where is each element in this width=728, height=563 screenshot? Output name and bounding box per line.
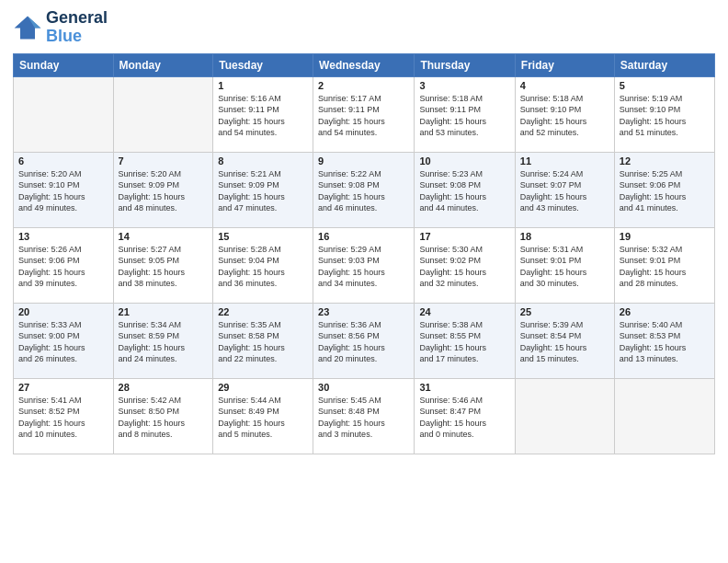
main-container: General Blue SundayMondayTuesdayWednesda… [0, 0, 728, 563]
day-info: Sunrise: 5:44 AM Sunset: 8:49 PM Dayligh… [218, 395, 308, 441]
day-number: 13 [18, 231, 108, 242]
calendar-cell: 11Sunrise: 5:24 AM Sunset: 9:07 PM Dayli… [515, 152, 614, 227]
calendar-cell: 28Sunrise: 5:42 AM Sunset: 8:50 PM Dayli… [113, 378, 213, 454]
calendar-cell: 9Sunrise: 5:22 AM Sunset: 9:08 PM Daylig… [313, 152, 415, 227]
calendar-cell: 13Sunrise: 5:26 AM Sunset: 9:06 PM Dayli… [14, 227, 114, 303]
week-row-1: 1Sunrise: 5:16 AM Sunset: 9:11 PM Daylig… [14, 76, 715, 152]
day-info: Sunrise: 5:41 AM Sunset: 8:52 PM Dayligh… [18, 395, 108, 441]
day-number: 6 [18, 155, 108, 167]
calendar-cell [14, 76, 114, 152]
calendar-cell: 20Sunrise: 5:33 AM Sunset: 9:00 PM Dayli… [14, 303, 114, 378]
weekday-header-saturday: Saturday [614, 53, 714, 76]
day-info: Sunrise: 5:42 AM Sunset: 8:50 PM Dayligh… [119, 395, 209, 441]
day-number: 15 [218, 231, 308, 242]
day-number: 1 [218, 80, 308, 91]
calendar-cell: 31Sunrise: 5:46 AM Sunset: 8:47 PM Dayli… [415, 378, 515, 454]
calendar-cell: 21Sunrise: 5:34 AM Sunset: 8:59 PM Dayli… [113, 303, 213, 378]
weekday-header-tuesday: Tuesday [213, 53, 313, 76]
calendar-cell: 12Sunrise: 5:25 AM Sunset: 9:06 PM Dayli… [614, 152, 714, 227]
day-info: Sunrise: 5:18 AM Sunset: 9:10 PM Dayligh… [520, 93, 609, 139]
calendar-cell: 19Sunrise: 5:32 AM Sunset: 9:01 PM Dayli… [614, 227, 714, 303]
calendar-cell: 8Sunrise: 5:21 AM Sunset: 9:09 PM Daylig… [213, 152, 313, 227]
calendar-cell: 26Sunrise: 5:40 AM Sunset: 8:53 PM Dayli… [614, 303, 714, 378]
day-number: 2 [318, 80, 409, 91]
day-number: 10 [419, 155, 509, 167]
day-info: Sunrise: 5:25 AM Sunset: 9:06 PM Dayligh… [620, 168, 710, 214]
day-number: 3 [419, 80, 509, 91]
weekday-header: SundayMondayTuesdayWednesdayThursdayFrid… [14, 53, 715, 76]
weekday-header-monday: Monday [113, 53, 213, 76]
day-info: Sunrise: 5:20 AM Sunset: 9:10 PM Dayligh… [18, 168, 108, 214]
day-info: Sunrise: 5:29 AM Sunset: 9:03 PM Dayligh… [318, 244, 409, 290]
day-number: 28 [119, 382, 209, 393]
day-info: Sunrise: 5:30 AM Sunset: 9:02 PM Dayligh… [419, 244, 509, 290]
day-info: Sunrise: 5:27 AM Sunset: 9:05 PM Dayligh… [119, 244, 209, 290]
calendar-cell: 22Sunrise: 5:35 AM Sunset: 8:58 PM Dayli… [213, 303, 313, 378]
weekday-header-sunday: Sunday [14, 53, 114, 76]
calendar-cell: 10Sunrise: 5:23 AM Sunset: 9:08 PM Dayli… [415, 152, 515, 227]
calendar-cell: 29Sunrise: 5:44 AM Sunset: 8:49 PM Dayli… [213, 378, 313, 454]
day-number: 23 [318, 306, 409, 317]
day-number: 17 [419, 231, 509, 242]
day-number: 14 [119, 231, 209, 242]
day-info: Sunrise: 5:18 AM Sunset: 9:11 PM Dayligh… [419, 93, 509, 139]
day-info: Sunrise: 5:21 AM Sunset: 9:09 PM Dayligh… [218, 168, 308, 214]
day-number: 16 [318, 231, 409, 242]
calendar-cell: 2Sunrise: 5:17 AM Sunset: 9:11 PM Daylig… [313, 76, 415, 152]
calendar-body: 1Sunrise: 5:16 AM Sunset: 9:11 PM Daylig… [14, 76, 715, 454]
calendar-cell: 7Sunrise: 5:20 AM Sunset: 9:09 PM Daylig… [113, 152, 213, 227]
day-number: 25 [520, 306, 609, 317]
calendar-cell: 23Sunrise: 5:36 AM Sunset: 8:56 PM Dayli… [313, 303, 415, 378]
day-number: 11 [520, 155, 609, 167]
day-info: Sunrise: 5:39 AM Sunset: 8:54 PM Dayligh… [520, 319, 609, 365]
day-number: 26 [620, 306, 710, 317]
day-info: Sunrise: 5:34 AM Sunset: 8:59 PM Dayligh… [119, 319, 209, 365]
day-number: 18 [520, 231, 609, 242]
day-info: Sunrise: 5:35 AM Sunset: 8:58 PM Dayligh… [218, 319, 308, 365]
day-info: Sunrise: 5:38 AM Sunset: 8:55 PM Dayligh… [419, 319, 509, 365]
day-info: Sunrise: 5:16 AM Sunset: 9:11 PM Dayligh… [218, 93, 308, 139]
day-info: Sunrise: 5:40 AM Sunset: 8:53 PM Dayligh… [620, 319, 710, 365]
calendar-cell [515, 378, 614, 454]
week-row-2: 6Sunrise: 5:20 AM Sunset: 9:10 PM Daylig… [14, 152, 715, 227]
day-info: Sunrise: 5:20 AM Sunset: 9:09 PM Dayligh… [119, 168, 209, 214]
calendar-cell: 17Sunrise: 5:30 AM Sunset: 9:02 PM Dayli… [415, 227, 515, 303]
day-info: Sunrise: 5:33 AM Sunset: 9:00 PM Dayligh… [18, 319, 108, 365]
header: General Blue [13, 9, 715, 46]
logo: General Blue [13, 9, 108, 46]
calendar-cell: 15Sunrise: 5:28 AM Sunset: 9:04 PM Dayli… [213, 227, 313, 303]
day-number: 8 [218, 155, 308, 167]
day-info: Sunrise: 5:23 AM Sunset: 9:08 PM Dayligh… [419, 168, 509, 214]
calendar: SundayMondayTuesdayWednesdayThursdayFrid… [13, 53, 715, 454]
calendar-cell: 24Sunrise: 5:38 AM Sunset: 8:55 PM Dayli… [415, 303, 515, 378]
day-number: 9 [318, 155, 409, 167]
logo-icon [13, 15, 42, 40]
day-info: Sunrise: 5:19 AM Sunset: 9:10 PM Dayligh… [620, 93, 710, 139]
day-number: 22 [218, 306, 308, 317]
day-info: Sunrise: 5:26 AM Sunset: 9:06 PM Dayligh… [18, 244, 108, 290]
calendar-cell: 18Sunrise: 5:31 AM Sunset: 9:01 PM Dayli… [515, 227, 614, 303]
calendar-cell: 27Sunrise: 5:41 AM Sunset: 8:52 PM Dayli… [14, 378, 114, 454]
day-number: 24 [419, 306, 509, 317]
day-number: 5 [620, 80, 710, 91]
calendar-cell: 25Sunrise: 5:39 AM Sunset: 8:54 PM Dayli… [515, 303, 614, 378]
day-number: 7 [119, 155, 209, 167]
calendar-cell [614, 378, 714, 454]
day-number: 27 [18, 382, 108, 393]
day-info: Sunrise: 5:17 AM Sunset: 9:11 PM Dayligh… [318, 93, 409, 139]
calendar-cell: 16Sunrise: 5:29 AM Sunset: 9:03 PM Dayli… [313, 227, 415, 303]
day-number: 12 [620, 155, 710, 167]
day-number: 31 [419, 382, 509, 393]
weekday-header-wednesday: Wednesday [313, 53, 415, 76]
day-info: Sunrise: 5:32 AM Sunset: 9:01 PM Dayligh… [620, 244, 710, 290]
day-number: 20 [18, 306, 108, 317]
logo-text: General Blue [46, 9, 108, 46]
day-number: 29 [218, 382, 308, 393]
weekday-header-thursday: Thursday [415, 53, 515, 76]
calendar-cell [113, 76, 213, 152]
calendar-cell: 4Sunrise: 5:18 AM Sunset: 9:10 PM Daylig… [515, 76, 614, 152]
day-info: Sunrise: 5:28 AM Sunset: 9:04 PM Dayligh… [218, 244, 308, 290]
day-info: Sunrise: 5:22 AM Sunset: 9:08 PM Dayligh… [318, 168, 409, 214]
calendar-cell: 1Sunrise: 5:16 AM Sunset: 9:11 PM Daylig… [213, 76, 313, 152]
day-number: 4 [520, 80, 609, 91]
